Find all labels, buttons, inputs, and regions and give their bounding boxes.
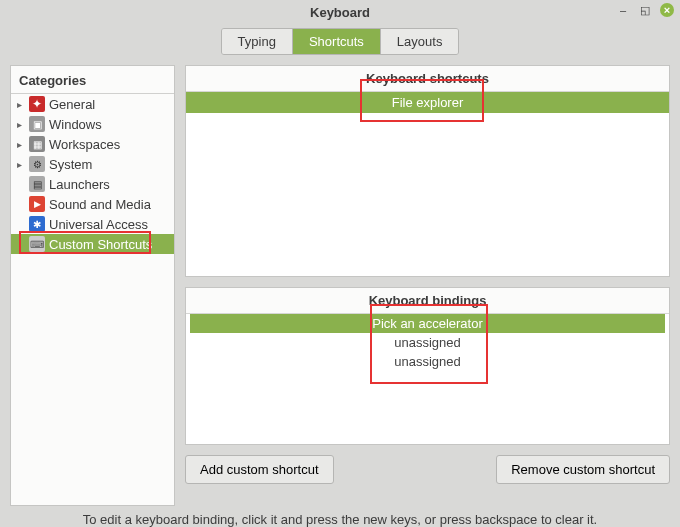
sound-icon: ▶ — [29, 196, 45, 212]
right-column: Keyboard shortcuts File explorer Keyboar… — [185, 65, 670, 506]
add-custom-shortcut-button[interactable]: Add custom shortcut — [185, 455, 334, 484]
bindings-panel: Keyboard bindings Pick an accelerator un… — [185, 287, 670, 445]
sidebar-item-system[interactable]: ▸ ⚙ System — [11, 154, 174, 174]
shortcut-row-selected[interactable]: File explorer — [186, 92, 669, 113]
hint-text: To edit a keyboard binding, click it and… — [0, 506, 680, 527]
window-controls: – ◱ × — [616, 3, 674, 17]
expander-icon: ▸ — [17, 119, 25, 130]
sidebar-item-label: Universal Access — [49, 217, 148, 232]
expander-icon: ▸ — [17, 99, 25, 110]
tab-layouts[interactable]: Layouts — [381, 29, 459, 54]
sidebar-item-general[interactable]: ▸ ✦ General — [11, 94, 174, 114]
expander-icon: ▸ — [17, 139, 25, 150]
sidebar-item-label: General — [49, 97, 95, 112]
buttons-row: Add custom shortcut Remove custom shortc… — [185, 455, 670, 484]
binding-row[interactable]: unassigned — [186, 352, 669, 371]
bindings-header: Keyboard bindings — [186, 288, 669, 314]
titlebar: Keyboard – ◱ × — [0, 0, 680, 24]
tab-group: Typing Shortcuts Layouts — [221, 28, 460, 55]
content: Categories ▸ ✦ General ▸ ▣ Windows ▸ ▦ W… — [0, 65, 680, 506]
shortcuts-header: Keyboard shortcuts — [186, 66, 669, 92]
sidebar-item-label: Custom Shortcuts — [49, 237, 152, 252]
system-icon: ⚙ — [29, 156, 45, 172]
sidebar-item-label: Sound and Media — [49, 197, 151, 212]
sidebar-item-windows[interactable]: ▸ ▣ Windows — [11, 114, 174, 134]
binding-row-selected[interactable]: Pick an accelerator — [190, 314, 665, 333]
launchers-icon: ▤ — [29, 176, 45, 192]
minimize-icon[interactable]: – — [616, 3, 630, 17]
sidebar-item-custom[interactable]: ▸ ⌨ Custom Shortcuts — [11, 234, 174, 254]
general-icon: ✦ — [29, 96, 45, 112]
maximize-icon[interactable]: ◱ — [638, 3, 652, 17]
close-icon[interactable]: × — [660, 3, 674, 17]
sidebar-item-workspaces[interactable]: ▸ ▦ Workspaces — [11, 134, 174, 154]
universal-icon: ✱ — [29, 216, 45, 232]
sidebar-item-label: System — [49, 157, 92, 172]
remove-custom-shortcut-button[interactable]: Remove custom shortcut — [496, 455, 670, 484]
categories-header: Categories — [11, 68, 174, 94]
windows-icon: ▣ — [29, 116, 45, 132]
sidebar-item-label: Workspaces — [49, 137, 120, 152]
sidebar-item-launchers[interactable]: ▸ ▤ Launchers — [11, 174, 174, 194]
tab-shortcuts[interactable]: Shortcuts — [293, 29, 381, 54]
expander-icon: ▸ — [17, 159, 25, 170]
sidebar-item-universal[interactable]: ▸ ✱ Universal Access — [11, 214, 174, 234]
window-title: Keyboard — [310, 5, 370, 20]
sidebar-item-label: Launchers — [49, 177, 110, 192]
tab-typing[interactable]: Typing — [222, 29, 293, 54]
workspaces-icon: ▦ — [29, 136, 45, 152]
categories-panel: Categories ▸ ✦ General ▸ ▣ Windows ▸ ▦ W… — [10, 65, 175, 506]
sidebar-item-label: Windows — [49, 117, 102, 132]
binding-row[interactable]: unassigned — [186, 333, 669, 352]
sidebar-item-sound[interactable]: ▸ ▶ Sound and Media — [11, 194, 174, 214]
spacer — [346, 455, 485, 484]
tabbar: Typing Shortcuts Layouts — [0, 24, 680, 65]
custom-icon: ⌨ — [29, 236, 45, 252]
shortcuts-panel: Keyboard shortcuts File explorer — [185, 65, 670, 277]
